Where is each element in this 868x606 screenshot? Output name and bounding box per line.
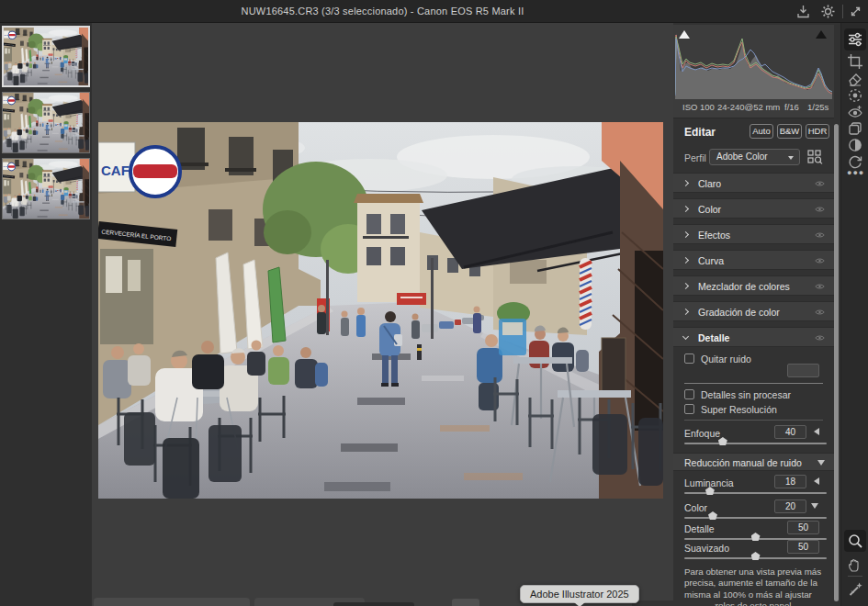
preview-canvas: [92, 23, 673, 606]
section-label: Curva: [698, 255, 724, 266]
magnifier-icon: [847, 533, 863, 549]
red-eye-tool-icon[interactable]: [847, 104, 863, 120]
slider-thumb[interactable]: [751, 533, 761, 541]
manual-noise-reduction-header[interactable]: Reducción manual de ruido: [673, 453, 834, 471]
eye-icon[interactable]: [815, 231, 825, 239]
color-slider[interactable]: [684, 517, 827, 519]
filmstrip-thumbnail-3[interactable]: [2, 158, 90, 219]
window-title: NUW16645.CR3 (3/3 seleccionado) - Canon …: [92, 6, 673, 17]
smoothing-slider[interactable]: [684, 557, 827, 559]
section-light[interactable]: Claro: [673, 173, 834, 193]
ai-remove-tool-icon[interactable]: [847, 581, 863, 598]
versions-tool-icon[interactable]: [847, 137, 863, 153]
divider: [684, 383, 823, 384]
divider: [684, 420, 823, 421]
color-label: Color: [684, 502, 707, 513]
masking-tool-icon[interactable]: [847, 87, 863, 104]
chevron-right-icon: [682, 180, 689, 186]
iso-value: ISO 100: [682, 102, 715, 112]
dock-item[interactable]: [333, 602, 414, 606]
section-curve[interactable]: Curva: [673, 250, 834, 270]
eye-icon[interactable]: [815, 257, 825, 264]
checkbox-icon: [684, 389, 694, 399]
edit-panel-title: Editar: [684, 126, 716, 139]
histogram: ISO 100 24-240@52 mm f/16 1/25s: [673, 25, 834, 118]
chevron-right-icon: [682, 309, 689, 315]
checkbox-icon: [684, 404, 694, 414]
titlebar: NUW16645.CR3 (3/3 seleccionado) - Canon …: [0, 0, 868, 23]
profile-browser-icon[interactable]: [807, 150, 823, 164]
smoothing-value-field[interactable]: 50: [787, 540, 819, 554]
capture-metadata: ISO 100 24-240@52 mm f/16 1/25s: [673, 102, 834, 117]
profile-selected-value: Adobe Color: [716, 152, 768, 162]
fullscreen-icon[interactable]: [848, 4, 863, 19]
chevron-down-icon: [788, 156, 794, 160]
sliders-icon: [847, 31, 863, 48]
heal-eraser-tool-icon[interactable]: [847, 71, 863, 87]
lens-value: 24-240@52 mm: [717, 102, 780, 112]
bw-button[interactable]: B&W: [777, 124, 802, 139]
section-color[interactable]: Color: [673, 198, 834, 219]
section-label: Color: [698, 204, 721, 215]
detail-amount-value-field[interactable]: 50: [787, 521, 819, 534]
zoom-tool-button[interactable]: [844, 530, 866, 552]
smoothing-label: Suavizado: [684, 543, 729, 554]
disclosure-collapsed-icon[interactable]: [814, 428, 819, 435]
color-value-field[interactable]: 20: [774, 499, 806, 513]
disclosure-expanded-icon[interactable]: [817, 460, 825, 466]
hand-tool-icon[interactable]: [847, 556, 863, 573]
luminance-value-field[interactable]: 18: [774, 475, 806, 488]
crop-tool-icon[interactable]: [847, 53, 863, 70]
section-color-mixer[interactable]: Mezclador de colores: [673, 275, 834, 296]
export-icon[interactable]: [795, 4, 811, 19]
chevron-right-icon: [682, 206, 689, 212]
sharpen-label: Enfoque: [684, 428, 720, 439]
section-detail[interactable]: Detalle: [673, 327, 834, 347]
checkbox-icon: [684, 354, 694, 364]
slider-thumb[interactable]: [708, 511, 717, 520]
sharpen-slider[interactable]: [684, 443, 827, 444]
chevron-right-icon: [682, 283, 689, 289]
detail-amount-label: Detalle: [684, 523, 715, 534]
filmstrip-thumbnail-1[interactable]: [2, 26, 90, 87]
hdr-button[interactable]: HDR: [806, 124, 829, 139]
edit-panel: ISO 100 24-240@52 mm f/16 1/25s Editar A…: [673, 23, 840, 606]
dock-item[interactable]: [632, 600, 715, 606]
more-tools-icon[interactable]: ●●●: [847, 168, 863, 177]
denoise-amount-field: [787, 364, 819, 377]
luminance-slider[interactable]: [684, 492, 827, 494]
titlebar-divider: [842, 5, 843, 18]
panel-scrollbar[interactable]: [834, 124, 839, 601]
eye-icon[interactable]: [815, 283, 825, 290]
eye-icon[interactable]: [815, 334, 825, 342]
settings-gear-icon[interactable]: [820, 4, 836, 19]
section-label: Gradación de color: [698, 307, 780, 318]
edit-tool-button[interactable]: [844, 28, 866, 50]
section-effects[interactable]: Efectos: [673, 224, 834, 244]
filmstrip-thumbnail-2[interactable]: [2, 92, 90, 153]
histogram-plot: [675, 28, 832, 99]
eye-icon[interactable]: [815, 206, 825, 213]
luminance-label: Luminancia: [684, 477, 734, 488]
auto-button[interactable]: Auto: [750, 124, 773, 139]
disclosure-expanded-icon[interactable]: [811, 503, 818, 509]
sharpen-value-field[interactable]: 40: [774, 425, 806, 439]
profile-select[interactable]: Adobe Color: [709, 149, 800, 165]
dock-item[interactable]: [452, 599, 479, 606]
aperture-value: f/16: [784, 102, 799, 112]
section-color-grading[interactable]: Gradación de color: [673, 301, 834, 321]
section-label: Mezclador de colores: [698, 281, 790, 292]
dock-tooltip: Adobe Illustrator 2025: [520, 585, 639, 603]
section-label: Efectos: [698, 230, 730, 241]
slider-thumb[interactable]: [751, 552, 761, 560]
dock-item[interactable]: [94, 598, 250, 606]
shutter-value: 1/25s: [807, 102, 829, 112]
disclosure-collapsed-icon[interactable]: [814, 477, 819, 485]
eye-icon[interactable]: [815, 309, 825, 316]
eye-icon[interactable]: [815, 180, 825, 187]
presets-tool-icon[interactable]: [847, 120, 863, 137]
toolbar-divider: [848, 576, 862, 577]
photo-preview[interactable]: [98, 122, 663, 499]
profile-label: Perfil: [684, 152, 706, 163]
tool-strip: ●●●: [840, 23, 868, 606]
